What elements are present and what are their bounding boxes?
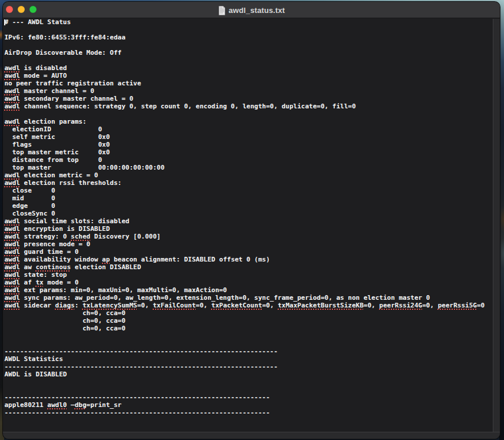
text-line: closeSync 0 <box>5 210 485 217</box>
text-line <box>5 57 485 64</box>
misspelled-word: awdl <box>5 179 21 187</box>
text-line: awdl social time slots: disabled <box>5 217 485 225</box>
text-line: top master metric 0x0 <box>5 148 485 156</box>
text-line: awdl sidecar diags: txLatencySumMS=0, tx… <box>5 302 485 309</box>
text-line: # --- AWDL Status <box>5 19 485 26</box>
text-line: ----------------------------------------… <box>5 393 485 401</box>
text-line: ----------------------------------------… <box>5 409 485 416</box>
misspelled-word: awdl <box>5 118 21 125</box>
misspelled-word: ap <box>102 256 110 263</box>
misspelled-word: continous <box>36 263 71 271</box>
misspelled-word: awdl <box>5 87 21 95</box>
text-line: awdl election rssi thresholds: <box>5 179 485 187</box>
misspelled-word: awdl <box>5 271 21 279</box>
misspelled-word: diags <box>55 302 75 309</box>
text-line: awdl channel sequence: strategy 0, step … <box>5 102 485 110</box>
text-line: awdl availability window ap beacon align… <box>5 256 485 263</box>
text-line <box>5 416 485 424</box>
text-line: close 0 <box>5 187 485 194</box>
window-titlebar[interactable]: awdl_status.txt <box>3 2 500 18</box>
text-line: awdl secondary master channel = 0 <box>5 95 485 102</box>
text-line: awdl state: stop <box>5 271 485 279</box>
horizontal-scrollbar-track[interactable] <box>3 432 500 439</box>
text-line <box>5 378 485 386</box>
misspelled-word: dbg <box>75 401 87 409</box>
misspelled-word: awdl <box>5 302 21 309</box>
text-line: top master 00:00:00:00:00:00 <box>5 164 485 171</box>
text-line: awdl strategy: 0 sched Discovery [0.000] <box>5 233 485 240</box>
text-line: awdl election metric = 0 <box>5 171 485 179</box>
misspelled-word: awdl <box>5 286 21 294</box>
misspelled-word: peerRssi5G <box>438 302 477 309</box>
text-line: awdl aw continous election DISABLED <box>5 263 485 271</box>
window-title: awdl_status.txt <box>229 6 285 15</box>
misspelled-word: awdl <box>5 294 21 302</box>
misspelled-word: txFailCount <box>153 302 196 309</box>
text-line: ch=0, cca=0 <box>5 309 485 317</box>
misspelled-word: tx <box>36 279 44 286</box>
misspelled-word: awdl <box>5 233 21 240</box>
misspelled-word: awdl <box>5 248 21 256</box>
text-line: apple80211 awdl0 —dbg=print_sr <box>5 401 485 409</box>
text-line: awdl ext params: min=0, maxUni=0, maxMul… <box>5 286 485 294</box>
text-line: flags 0x0 <box>5 141 485 148</box>
vertical-scrollbar-track[interactable] <box>493 19 500 432</box>
text-line <box>5 332 485 340</box>
title-group: awdl_status.txt <box>3 2 500 18</box>
misspelled-word: awdl0 <box>47 401 67 409</box>
text-line: awdl guard time = 0 <box>5 248 485 256</box>
text-line: awdl sync params: aw_period=0, aw_length… <box>5 294 485 302</box>
misspelled-word: sched <box>71 233 90 240</box>
window-content: # --- AWDL StatusIPv6: fe80::6455:3fff:f… <box>3 19 500 439</box>
text-line: awdl af tx mode = 0 <box>5 279 485 286</box>
text-line: edge 0 <box>5 202 485 210</box>
misspelled-word: awdl <box>5 225 21 233</box>
text-line: mid 0 <box>5 194 485 202</box>
text-line: distance from top 0 <box>5 156 485 164</box>
misspelled-word: awdl <box>5 279 21 286</box>
text-line: awdl mode = AUTO <box>5 72 485 80</box>
text-line: ch=0, cca=0 <box>5 317 485 325</box>
misspelled-word: awdl <box>5 95 21 102</box>
misspelled-word: awdl <box>5 64 21 72</box>
misspelled-word: peerRssi24G <box>379 302 422 309</box>
text-line: awdl master channel = 0 <box>5 87 485 95</box>
text-line: awdl election params: <box>5 118 485 125</box>
text-line: awdl presence mode = 0 <box>5 240 485 248</box>
text-line: self metric 0x0 <box>5 133 485 141</box>
text-line: ----------------------------------------… <box>5 348 485 355</box>
text-line: no peer traffic registration active <box>5 80 485 87</box>
misspelled-word: txMaxPacketBurstSizeKB <box>278 302 364 309</box>
misspelled-word: awdl <box>5 263 21 271</box>
text-line <box>5 386 485 393</box>
text-line: ch=0, cca=0 <box>5 325 485 332</box>
text-line <box>5 41 485 49</box>
misspelled-word: awdl <box>5 171 21 179</box>
text-line: IPv6: fe80::6455:3fff:fe84:edaa <box>5 34 485 41</box>
text-line <box>5 340 485 348</box>
misspelled-word: txLatencySumMS <box>83 302 137 309</box>
text-line: ----------------------------------------… <box>5 363 485 370</box>
text-line: electionID 0 <box>5 125 485 133</box>
document-proxy-icon[interactable] <box>218 6 226 15</box>
text-line: awdl encryption is DISABLED <box>5 225 485 233</box>
misspelled-word: awdl <box>5 256 21 263</box>
misspelled-word: awdl <box>5 240 21 248</box>
text-line: AirDrop Discoverable Mode: Off <box>5 49 485 57</box>
text-line <box>5 110 485 118</box>
misspelled-word: awdl <box>5 102 21 110</box>
misspelled-word: awdl <box>5 217 21 225</box>
text-line: AWDL is DISABLED <box>5 370 485 378</box>
misspelled-word: awdl <box>5 72 21 80</box>
text-line <box>5 26 485 34</box>
text-editor-area[interactable]: # --- AWDL StatusIPv6: fe80::6455:3fff:f… <box>3 19 493 432</box>
text-line: AWDL Statistics <box>5 355 485 363</box>
text-lines: # --- AWDL StatusIPv6: fe80::6455:3fff:f… <box>5 19 485 424</box>
misspelled-word: txPacketCount <box>212 302 262 309</box>
textedit-window: awdl_status.txt # --- AWDL StatusIPv6: f… <box>2 1 500 439</box>
text-line: awdl is disabled <box>5 64 485 72</box>
